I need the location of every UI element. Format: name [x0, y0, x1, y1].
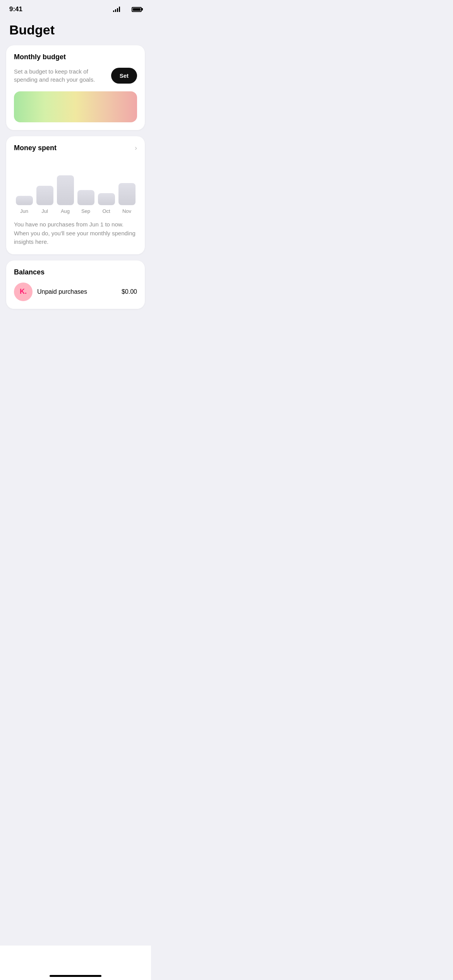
budget-gradient-bar [14, 91, 137, 122]
bar-label: Jun [20, 208, 28, 214]
bar-group: Nov [117, 183, 137, 214]
bar-label: Aug [61, 208, 70, 214]
bar-group: Jun [14, 196, 34, 214]
wifi-icon [122, 6, 129, 13]
budget-description: Set a budget to keep track of spending a… [14, 67, 111, 84]
balance-amount: $0.00 [122, 288, 137, 295]
set-budget-button[interactable]: Set [111, 68, 137, 84]
chart-bar [77, 190, 94, 205]
monthly-budget-card: Monthly budget Set a budget to keep trac… [6, 45, 145, 130]
bar-group: Jul [34, 186, 55, 214]
money-spent-card: Money spent › JunJulAugSepOctNov You hav… [6, 136, 145, 254]
money-spent-title: Money spent [14, 144, 57, 152]
bar-group: Aug [55, 175, 76, 214]
chart-bar [16, 196, 33, 205]
signal-icon [113, 7, 120, 12]
balance-row[interactable]: K. Unpaid purchases $0.00 [14, 283, 137, 301]
chart-bar [98, 193, 115, 205]
bar-chart: JunJulAugSepOctNov [14, 160, 137, 214]
bar-label: Jul [41, 208, 48, 214]
balances-title: Balances [14, 268, 137, 276]
budget-row: Set a budget to keep track of spending a… [14, 67, 137, 84]
bar-group: Oct [96, 193, 117, 214]
chart-bar [36, 186, 53, 205]
klarna-logo: K. [14, 283, 33, 301]
no-purchases-text: You have no purchases from Jun 1 to now.… [14, 220, 137, 247]
chart-bar [57, 175, 74, 205]
bar-group: Sep [76, 190, 96, 214]
money-spent-header: Money spent › [14, 144, 137, 152]
bar-label: Nov [122, 208, 131, 214]
status-bar: 9:41 [0, 0, 151, 16]
page-title: Budget [0, 16, 151, 45]
balances-card: Balances K. Unpaid purchases $0.00 [6, 260, 145, 309]
bar-label: Sep [81, 208, 90, 214]
status-icons [113, 6, 142, 13]
chevron-right-icon[interactable]: › [135, 144, 137, 152]
chart-bar [118, 183, 136, 205]
balance-name: Unpaid purchases [37, 288, 117, 295]
battery-icon [132, 7, 142, 12]
monthly-budget-title: Monthly budget [14, 53, 137, 61]
bar-label: Oct [102, 208, 110, 214]
status-time: 9:41 [9, 5, 22, 13]
